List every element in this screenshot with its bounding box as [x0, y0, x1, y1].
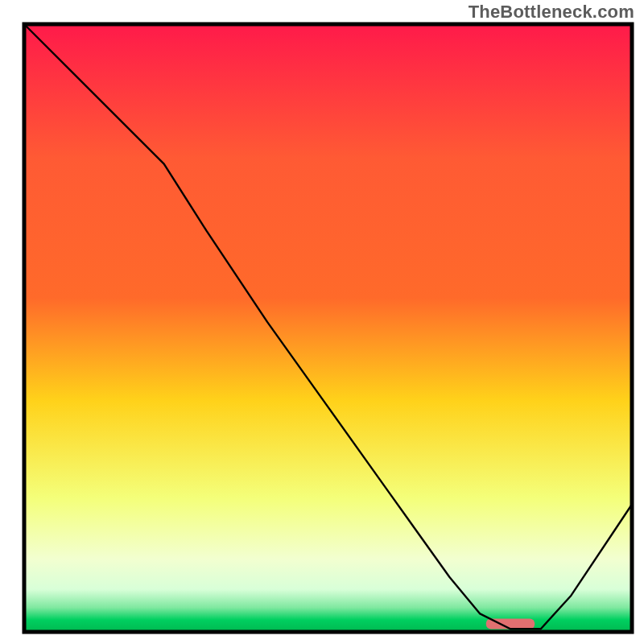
watermark-text: TheBottleneck.com — [469, 2, 634, 23]
chart-container: { "watermark": "TheBottleneck.com", "col… — [0, 0, 644, 644]
bottleneck-chart — [0, 0, 644, 644]
plot-area — [24, 24, 632, 632]
